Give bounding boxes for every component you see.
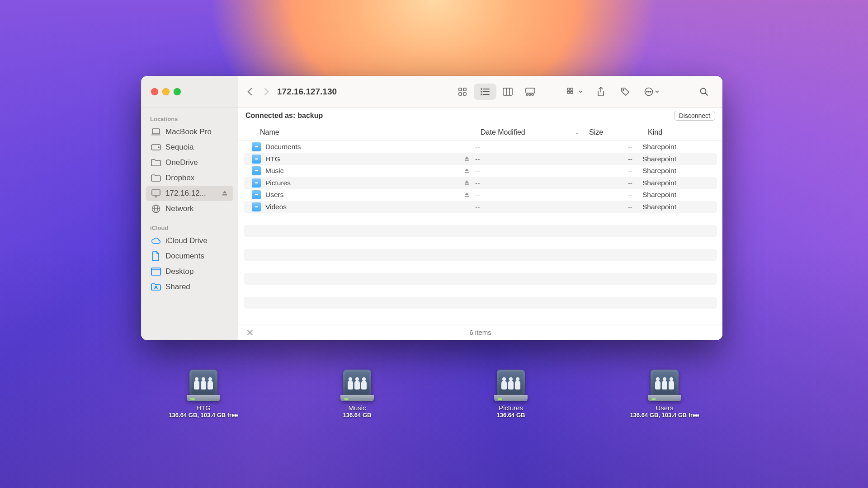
table-row[interactable]: •••Music -- -- Sharepoint <box>244 165 717 177</box>
eject-icon[interactable] <box>464 168 470 174</box>
file-size: -- <box>584 179 642 187</box>
table-row[interactable]: •••Users -- -- Sharepoint <box>244 189 717 201</box>
svg-point-23 <box>646 91 647 92</box>
file-kind: Sharepoint <box>642 143 717 151</box>
group-by-button[interactable] <box>562 84 587 100</box>
svg-rect-1 <box>463 88 466 91</box>
svg-rect-18 <box>571 88 573 90</box>
sidebar-item[interactable]: Desktop <box>146 264 233 279</box>
desktop-drive-icon[interactable]: Pictures 136.64 GB <box>463 367 558 418</box>
group-icon <box>567 88 577 96</box>
svg-point-24 <box>648 91 649 92</box>
file-list[interactable]: •••Documents -- -- Sharepoint •••HTG -- … <box>238 141 722 324</box>
file-name: Music <box>265 167 283 175</box>
view-icons-button[interactable] <box>451 84 474 100</box>
empty-row <box>244 297 717 309</box>
tags-button[interactable] <box>615 84 636 100</box>
disconnect-button[interactable]: Disconnect <box>674 111 715 121</box>
file-date: -- <box>475 155 584 163</box>
sidebar-item[interactable]: Dropbox <box>146 170 233 186</box>
column-date-modified[interactable]: Date Modified⌄ <box>481 128 589 136</box>
zoom-button[interactable] <box>174 88 181 95</box>
eject-icon[interactable] <box>464 192 470 198</box>
grid-icon <box>458 87 467 96</box>
network-drive-icon <box>494 367 528 401</box>
svg-rect-20 <box>571 91 573 94</box>
sidebar-item[interactable]: OneDrive <box>146 155 233 170</box>
sharepoint-folder-icon: ••• <box>252 142 261 151</box>
nav-forward-button[interactable] <box>260 87 270 97</box>
sharepoint-folder-icon: ••• <box>252 166 261 175</box>
drive-name: Music <box>348 404 366 412</box>
view-gallery-button[interactable] <box>519 84 542 100</box>
sidebar-item[interactable]: Documents <box>146 249 233 264</box>
view-list-button[interactable] <box>474 84 496 100</box>
file-size: -- <box>584 155 642 163</box>
column-size[interactable]: Size <box>589 128 648 136</box>
file-kind: Sharepoint <box>642 155 717 163</box>
empty-row <box>244 249 717 261</box>
file-kind: Sharepoint <box>642 203 717 211</box>
sidebar-item[interactable]: Sequoia <box>146 140 233 155</box>
desktop-icons: HTG 136.64 GB, 103.4 GB free Music 136.6… <box>0 367 868 418</box>
desktop-drive-icon[interactable]: Music 136.64 GB <box>310 367 405 418</box>
close-button[interactable] <box>151 88 158 95</box>
tag-icon <box>621 87 630 96</box>
search-button[interactable] <box>693 84 714 100</box>
desktop-drive-icon[interactable]: Users 136.64 GB, 103.4 GB free <box>617 367 712 418</box>
svg-rect-13 <box>526 88 535 93</box>
file-size: -- <box>584 191 642 199</box>
eject-icon[interactable] <box>464 156 470 162</box>
svg-point-31 <box>158 147 159 148</box>
column-name[interactable]: Name <box>260 128 481 136</box>
svg-line-27 <box>706 93 708 95</box>
monitor-icon <box>151 188 161 198</box>
table-row[interactable]: •••Pictures -- -- Sharepoint <box>244 177 717 189</box>
desktop-icon <box>151 267 161 277</box>
svg-rect-38 <box>151 268 160 275</box>
column-kind[interactable]: Kind <box>648 128 722 136</box>
file-date: -- <box>475 203 584 211</box>
sharepoint-folder-icon: ••• <box>252 178 261 188</box>
desktop-drive-icon[interactable]: HTG 136.64 GB, 103.4 GB free <box>156 367 251 418</box>
sidebar-item[interactable]: MacBook Pro <box>146 124 233 140</box>
chevron-down-icon <box>655 90 659 93</box>
sidebar-item-label: Documents <box>165 252 204 261</box>
network-drive-icon <box>340 367 374 401</box>
eject-icon[interactable] <box>222 190 228 197</box>
eject-icon[interactable] <box>464 180 470 186</box>
sidebar-item[interactable]: 172.16.12... <box>146 186 233 201</box>
table-row[interactable]: •••HTG -- -- Sharepoint <box>244 153 717 165</box>
empty-row <box>244 225 717 237</box>
sidebar-item[interactable]: Network <box>146 201 233 216</box>
view-columns-button[interactable] <box>496 84 519 100</box>
nav-back-button[interactable] <box>246 87 256 97</box>
file-name: Documents <box>265 143 301 151</box>
drive-name: Users <box>656 404 673 412</box>
svg-point-9 <box>481 94 482 95</box>
svg-rect-14 <box>526 94 528 95</box>
path-bar-close-button[interactable] <box>245 330 255 335</box>
file-name: Pictures <box>265 179 291 187</box>
minimize-button[interactable] <box>162 88 170 95</box>
sidebar-item[interactable]: Shared <box>146 279 233 295</box>
share-button[interactable] <box>590 84 611 100</box>
file-name: Users <box>265 191 283 199</box>
connection-banner: Connected as: backup Disconnect <box>238 108 722 124</box>
svg-rect-3 <box>463 93 466 95</box>
svg-rect-2 <box>459 93 462 95</box>
empty-row <box>244 285 717 297</box>
sidebar-item[interactable]: iCloud Drive <box>146 233 233 249</box>
empty-row <box>244 273 717 285</box>
file-name: HTG <box>265 155 280 163</box>
empty-row <box>244 261 717 273</box>
file-date: -- <box>475 179 584 187</box>
hdd-icon <box>151 142 161 152</box>
empty-row <box>244 213 717 225</box>
sidebar-section-locations: Locations <box>146 113 233 124</box>
file-date: -- <box>475 143 584 151</box>
table-row[interactable]: •••Videos -- -- Sharepoint <box>244 201 717 213</box>
svg-rect-32 <box>152 190 160 195</box>
table-row[interactable]: •••Documents -- -- Sharepoint <box>244 141 717 153</box>
action-menu-button[interactable] <box>639 84 664 100</box>
